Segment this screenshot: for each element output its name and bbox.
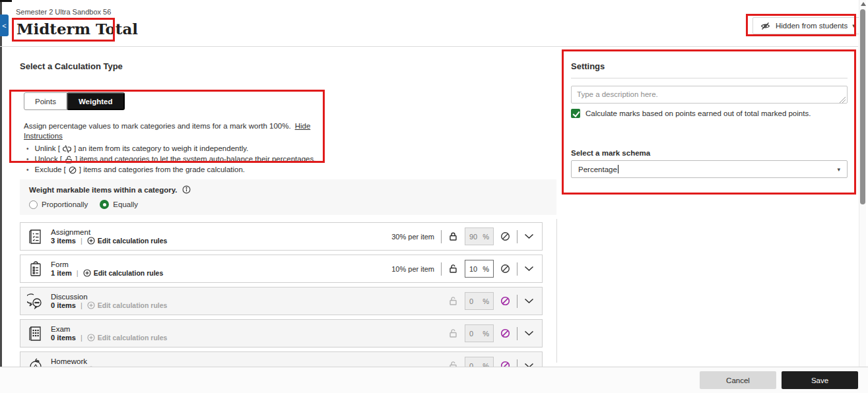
bullet-text: Unlink [ — [35, 144, 60, 154]
weight-percent-input[interactable]: 90 % — [465, 227, 494, 245]
grade-calculation-panel: < Semester 2 Ultra Sandbox 56 Midterm To… — [0, 0, 868, 393]
tab-points[interactable]: Points — [24, 92, 67, 110]
plus-circle-icon — [83, 269, 91, 277]
vertical-scrollbar[interactable] — [859, 0, 866, 367]
radio-label: Proportionally — [42, 200, 88, 208]
edit-link-label: Edit calculation rules — [98, 301, 168, 309]
bullet-text: ] an item from its category to weigh it … — [74, 144, 248, 154]
weighted-instructions: Assign percentage values to mark categor… — [24, 121, 321, 175]
percent-sign: % — [483, 297, 489, 305]
chevron-down-icon[interactable] — [524, 330, 534, 336]
description-input[interactable] — [571, 86, 848, 104]
exclude-icon[interactable] — [500, 264, 510, 274]
header-divider — [0, 46, 858, 47]
edit-calculation-rules-link[interactable]: Edit calculation rules — [87, 334, 168, 342]
exclude-icon[interactable] — [500, 296, 510, 306]
category-name: Form — [51, 260, 163, 268]
unlink-icon — [63, 145, 71, 153]
category-name: Homework — [51, 357, 167, 365]
mark-schema-label: Select a mark schema — [571, 149, 650, 157]
exam-icon — [27, 325, 44, 342]
category-items-count: 0 items — [51, 301, 76, 309]
collapse-panel-button[interactable]: < — [0, 15, 9, 36]
unlock-icon[interactable] — [448, 264, 458, 274]
weighting-options-section: Weight markable items within a category.… — [20, 179, 556, 215]
edit-calculation-rules-link[interactable]: Edit calculation rules — [87, 301, 168, 309]
save-button[interactable]: Save — [782, 371, 858, 389]
radio-selected-icon — [100, 200, 109, 209]
footer-action-bar: Cancel Save — [0, 367, 868, 393]
radio-equally[interactable]: Equally — [100, 200, 138, 209]
per-item-text: 30% per item — [391, 233, 434, 241]
category-items-count: 0 items — [51, 334, 76, 342]
weight-value: 90 — [469, 233, 477, 241]
edit-calculation-rules-link[interactable]: Edit calculation rules — [83, 269, 164, 277]
chevron-down-icon: ▾ — [852, 22, 855, 29]
chevron-down-icon[interactable] — [524, 298, 534, 304]
settings-divider — [571, 78, 848, 78]
background-page-edge-top — [0, 0, 12, 2]
chevron-down-icon: ▾ — [837, 166, 840, 173]
instructions-intro: Assign percentage values to mark categor… — [24, 122, 291, 130]
weighting-heading: Weight markable items within a category. — [29, 186, 178, 194]
checkbox-label: Calculate marks based on points earned o… — [585, 109, 811, 117]
weight-value: 0 — [469, 330, 473, 338]
exclude-icon[interactable] — [500, 231, 510, 241]
chevron-down-icon[interactable] — [524, 266, 534, 272]
edit-link-label: Edit calculation rules — [94, 269, 164, 277]
tab-weighted[interactable]: Weighted — [67, 92, 125, 110]
unlock-icon[interactable] — [448, 328, 458, 338]
checkbox-checked-icon — [571, 109, 580, 118]
exclude-icon[interactable] — [500, 328, 510, 338]
bullet-text: Exclude [ — [35, 165, 66, 175]
info-icon[interactable] — [182, 185, 191, 194]
category-name: Assignment — [51, 228, 167, 236]
plus-circle-icon — [87, 237, 95, 245]
weight-percent-input[interactable]: 10 % — [465, 260, 494, 278]
per-item-text: 10% per item — [391, 265, 434, 273]
calculation-type-heading: Select a Calculation Type — [20, 61, 123, 71]
page-title: Midterm Total — [17, 20, 138, 38]
bullet-text: ] items and categories to let the system… — [75, 154, 316, 164]
percent-sign: % — [483, 330, 489, 338]
edit-link-label: Edit calculation rules — [98, 237, 168, 245]
divider — [517, 327, 517, 340]
weight-value: 10 — [469, 265, 477, 273]
form-icon — [27, 260, 44, 278]
scroll-up-arrow-icon[interactable] — [861, 2, 866, 6]
list-right-border — [556, 219, 557, 363]
weight-value: 0 — [469, 297, 473, 305]
lock-icon[interactable] — [448, 231, 458, 241]
category-row-assignment: Assignment 3 items | Edit calculation ru… — [20, 222, 543, 251]
unlock-icon — [65, 156, 73, 164]
instruction-bullet: Unlink [ ] an item from its category to … — [24, 144, 321, 154]
radio-proportionally[interactable]: Proportionally — [29, 200, 88, 209]
divider — [441, 262, 442, 276]
category-name: Exam — [51, 325, 167, 333]
settings-heading: Settings — [571, 61, 605, 71]
discussion-icon — [27, 293, 44, 309]
category-items-count: 1 item — [51, 269, 72, 277]
background-page-edge — [0, 0, 2, 367]
cancel-button[interactable]: Cancel — [700, 371, 776, 389]
calculation-type-tabs: Points Weighted — [24, 92, 125, 110]
category-row-exam: Exam 0 items | Edit calculation rules 0 … — [20, 319, 543, 348]
visibility-label: Hidden from students — [776, 22, 848, 30]
unlock-icon[interactable] — [448, 296, 458, 306]
bullet-text: Unlock [ — [35, 154, 63, 164]
category-name: Discussion — [51, 293, 167, 301]
visibility-dropdown-button[interactable]: Hidden from students ▾ — [752, 17, 863, 34]
weight-percent-input[interactable]: 0 % — [465, 292, 494, 310]
chevron-down-icon[interactable] — [524, 233, 534, 239]
breadcrumb[interactable]: Semester 2 Ultra Sandbox 56 — [16, 8, 111, 16]
mark-schema-select[interactable]: Percentage ▾ — [571, 160, 848, 178]
instruction-bullet: Exclude [ ] items and categories from th… — [24, 165, 321, 175]
scrollbar-thumb[interactable] — [860, 9, 865, 204]
radio-unselected-icon — [29, 200, 38, 209]
edit-calculation-rules-link[interactable]: Edit calculation rules — [87, 237, 168, 245]
calculate-marks-checkbox[interactable]: Calculate marks based on points earned o… — [571, 109, 811, 118]
divider — [441, 230, 442, 243]
plus-circle-icon — [87, 301, 95, 309]
weight-percent-input[interactable]: 0 % — [465, 324, 494, 342]
chevron-left-icon: < — [2, 22, 6, 30]
